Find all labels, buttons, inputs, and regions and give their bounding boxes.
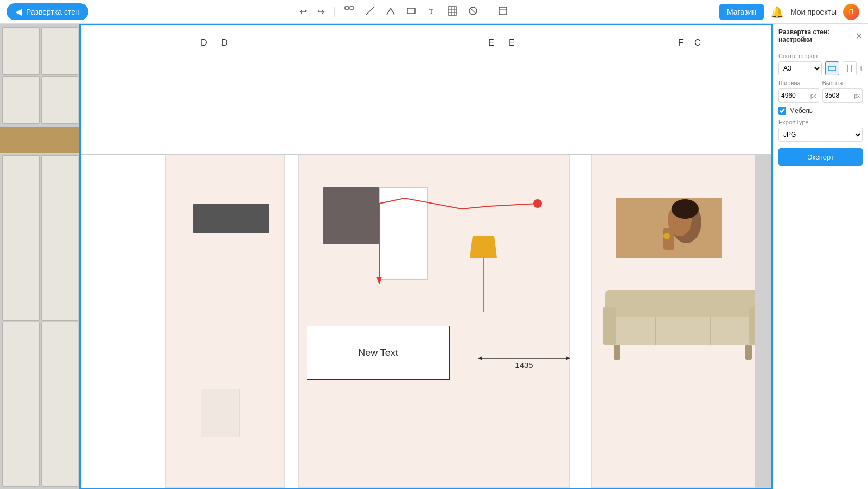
svg-rect-36 [828,66,836,71]
undo-button[interactable]: ↩ [296,4,310,19]
right-edge-line [700,340,754,340]
panel-minimize-button[interactable]: － [845,30,853,42]
canvas-horizontal-divider [81,154,771,155]
height-input[interactable] [823,92,852,99]
top-bar: ◀ Развертка стен ↩ ↪ T Ма [0,0,868,24]
toolbar: ↩ ↪ T [88,4,719,20]
my-projects-link[interactable]: Мои проекты [790,8,837,16]
wall-label-d2: D [221,38,228,48]
portrait-button[interactable] [843,61,857,75]
panel-title: Развертка стен: настройки [778,28,845,43]
furniture-checkbox-row: Мебель [778,107,863,115]
back-label: Развертка стен [26,8,80,16]
ratio-select[interactable]: A3 [778,61,822,75]
canvas-area[interactable]: D D E E F C [80,24,773,489]
svg-point-14 [533,199,542,208]
ratio-info-icon: ℹ [860,64,863,73]
wall-panel-left [165,154,285,488]
angle-tool-button[interactable] [382,4,399,20]
height-field: Высота px [822,80,863,103]
lamp-shade [470,236,497,258]
line-tool-button[interactable] [362,4,378,20]
furniture-label: Мебель [789,107,813,115]
wall-panel-right [591,154,770,488]
back-arrow-icon: ◀ [15,7,22,17]
svg-rect-12 [499,7,507,15]
text-box-content: New Text [358,347,398,359]
export-type-label: ExportType [778,119,863,125]
curtain-element [323,187,379,244]
shelf-element [201,389,240,437]
svg-point-27 [663,233,670,239]
select-tool-button[interactable] [341,4,358,20]
wall-label-f1: F [678,38,684,48]
dimension-line: 1435 [478,347,570,382]
height-input-wrap: px [822,88,863,103]
svg-rect-29 [603,317,763,345]
svg-rect-5 [448,7,457,15]
avatar[interactable]: П [843,4,859,20]
width-label: Ширина [778,80,819,86]
svg-rect-35 [745,345,752,360]
dimensions-row: Ширина px Высота px [778,80,863,103]
redo-button[interactable]: ↪ [314,4,328,19]
notification-icon[interactable]: 🔔 [770,5,784,18]
back-button[interactable]: ◀ Развертка стен [7,3,88,20]
wall-panel-center: New Text 1435 [298,154,570,488]
rect-tool-button[interactable] [403,4,419,20]
text-tool-button[interactable]: T [424,4,440,20]
wall-label-f2: C [694,38,701,48]
wall-label-d1: D [201,38,207,48]
main-area: D D E E F C [0,24,868,489]
ratio-row: A3 ℹ [778,61,863,75]
panel-close-button[interactable]: ✕ [856,30,863,42]
shop-button[interactable]: Магазин [719,4,764,20]
svg-rect-0 [345,7,349,9]
width-unit: px [808,93,819,99]
lamp-element [470,236,497,312]
top-right-actions: Магазин 🔔 Мои проекты П [719,4,868,20]
tv-element [193,204,269,233]
furniture-checkbox[interactable] [778,107,786,115]
landscape-button[interactable] [825,61,839,75]
svg-line-11 [470,8,476,14]
text-box[interactable]: New Text [307,326,450,380]
sofa-element [603,290,763,361]
svg-marker-20 [478,356,482,360]
width-field: Ширина px [778,80,819,103]
toolbar-separator-1 [334,7,335,17]
svg-rect-34 [614,345,620,360]
svg-rect-1 [350,7,354,9]
canvas-upper-area [81,49,771,154]
wall-labels-bar: D D E E F C [81,25,771,49]
svg-point-25 [672,199,699,219]
wall-label-e1: E [488,38,494,48]
shape-tool-button[interactable] [465,4,481,20]
svg-rect-30 [603,307,616,345]
frame-tool-button[interactable] [495,4,511,20]
table-tool-button[interactable] [444,4,461,20]
export-type-row: JPG PNG PDF [778,128,863,142]
svg-marker-21 [566,356,570,360]
svg-rect-37 [847,65,852,72]
portrait-svg [616,198,722,258]
svg-rect-3 [407,8,415,14]
ratio-label: Соотн. сторон [778,53,863,59]
right-settings-panel: Развертка стен: настройки － ✕ Соотн. сто… [773,24,868,489]
lamp-pole [483,258,484,312]
left-sidebar [0,24,80,489]
portrait-photo [616,198,722,258]
svg-line-2 [366,7,374,15]
door-frame-element [379,187,428,280]
panel-header: Развертка стен: настройки － ✕ [773,24,868,48]
dimension-value: 1435 [515,360,533,370]
height-label: Высота [822,80,863,86]
width-input[interactable] [779,92,808,99]
wall-label-e2: E [509,38,515,48]
export-type-select[interactable]: JPG PNG PDF [778,128,863,142]
svg-rect-28 [605,290,760,320]
toolbar-separator-2 [488,7,488,17]
svg-text:T: T [429,7,433,15]
export-button[interactable]: Экспорт [778,148,863,166]
canvas-right-edge [755,154,771,488]
